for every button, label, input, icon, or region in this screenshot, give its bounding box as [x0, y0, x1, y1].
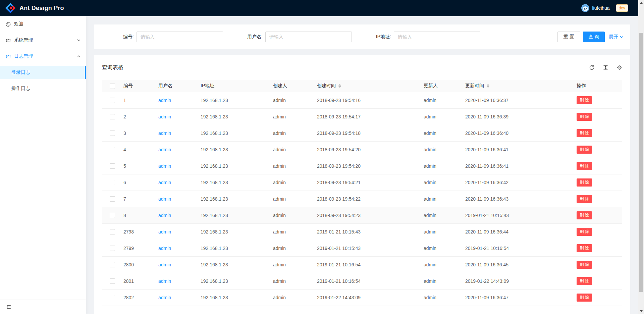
delete-button[interactable]: 删 除 [577, 228, 592, 236]
sidebar-collapse-trigger[interactable] [0, 300, 86, 314]
vertical-scrollbar[interactable] [638, 0, 644, 314]
sidebar-item-login-log[interactable]: 登录日志 [0, 66, 86, 79]
row-checkbox[interactable] [110, 295, 115, 300]
row-checkbox[interactable] [110, 229, 115, 234]
column-header-label: 创建时间 [317, 83, 336, 89]
delete-button[interactable]: 删 除 [577, 162, 592, 170]
row-checkbox[interactable] [110, 180, 115, 185]
cell-updated-time: 2020-11-09 16:36:41 [460, 158, 565, 174]
delete-button[interactable]: 删 除 [577, 211, 592, 219]
username-link[interactable]: admin [158, 163, 171, 169]
cell-ip: 192.168.1.23 [195, 158, 268, 174]
column-header-updater: 更新人 [418, 80, 460, 92]
row-checkbox[interactable] [110, 163, 115, 169]
field-label: 编号: [123, 34, 134, 40]
cell-ip: 192.168.1.23 [195, 273, 268, 289]
chevron-down-icon [620, 35, 624, 39]
table-row: 2admin192.168.1.23admin2018-09-23 19:54:… [102, 108, 622, 125]
row-checkbox[interactable] [110, 196, 115, 202]
user-name[interactable]: liufeihua [592, 5, 609, 11]
column-header-creator: 创建人 [268, 80, 312, 92]
username-link[interactable]: admin [158, 295, 171, 300]
username-link[interactable]: admin [158, 130, 171, 136]
sidebar-item-log-management[interactable]: 日志管理 [0, 50, 86, 63]
username-link[interactable]: admin [158, 278, 171, 284]
delete-button[interactable]: 删 除 [577, 294, 592, 302]
sidebar-item-system-management[interactable]: 系统管理 [0, 34, 86, 47]
cell-id: 6 [118, 174, 153, 191]
cell-creator: admin [268, 125, 312, 141]
column-header-created-time[interactable]: 创建时间 [312, 80, 418, 92]
username-link[interactable]: admin [158, 196, 171, 202]
cell-id: 4 [118, 141, 153, 158]
logo[interactable]: Ant Design Pro [0, 3, 64, 13]
scrollbar-down-arrow[interactable] [638, 308, 644, 314]
cell-updater: admin [418, 223, 460, 240]
scrollbar-up-arrow[interactable] [638, 0, 644, 6]
reset-button[interactable]: 重 置 [557, 32, 580, 42]
search-field-username: 用户名: [247, 32, 352, 42]
cell-ip: 192.168.1.23 [195, 223, 268, 240]
ip-input[interactable] [394, 32, 480, 42]
expand-link[interactable]: 展开 [609, 34, 624, 40]
username-link[interactable]: admin [158, 262, 171, 267]
reload-icon[interactable] [589, 65, 595, 70]
table-row: 2801admin192.168.1.23admin2019-01-21 10:… [102, 273, 622, 289]
delete-button[interactable]: 删 除 [577, 261, 592, 269]
search-form-card: 编号: 用户名: IP地址: 重 置 查 询 展开 [94, 24, 630, 49]
delete-button[interactable]: 删 除 [577, 146, 592, 154]
env-tag: dev [616, 4, 628, 12]
username-link[interactable]: admin [158, 98, 171, 103]
delete-button[interactable]: 删 除 [577, 277, 592, 285]
chevron-down-icon [77, 39, 80, 42]
row-checkbox[interactable] [110, 278, 115, 284]
delete-button[interactable]: 删 除 [577, 178, 592, 187]
table-title: 查询表格 [102, 64, 123, 71]
cell-created-time: 2018-09-23 19:54:21 [312, 174, 418, 191]
username-link[interactable]: admin [158, 114, 171, 119]
column-header-ip: IP地址 [195, 80, 268, 92]
gear-icon[interactable] [616, 65, 622, 70]
cell-creator: admin [268, 289, 312, 306]
row-checkbox[interactable] [110, 147, 115, 152]
sidebar-item-operation-log[interactable]: 操作日志 [0, 82, 86, 95]
column-height-icon[interactable] [603, 65, 608, 70]
row-checkbox[interactable] [110, 246, 115, 251]
column-header-username: 用户名 [153, 80, 195, 92]
row-checkbox[interactable] [110, 130, 115, 136]
sort-carets-icon[interactable] [487, 84, 489, 88]
select-all-checkbox[interactable] [110, 84, 115, 89]
sort-carets-icon[interactable] [338, 84, 341, 88]
row-checkbox[interactable] [110, 262, 115, 267]
expand-label: 展开 [609, 34, 618, 40]
delete-button[interactable]: 删 除 [577, 129, 592, 137]
delete-button[interactable]: 删 除 [577, 113, 592, 121]
id-input[interactable] [137, 32, 223, 42]
sidebar-item-welcome[interactable]: 欢迎 [0, 17, 86, 31]
user-avatar[interactable] [581, 4, 589, 12]
row-checkbox[interactable] [110, 213, 115, 218]
cell-updated-time: 2020-11-09 16:36:43 [460, 191, 565, 207]
delete-button[interactable]: 删 除 [577, 244, 592, 252]
column-header-id: 编号 [118, 80, 153, 92]
username-link[interactable]: admin [158, 229, 171, 234]
username-link[interactable]: admin [158, 147, 171, 152]
username-link[interactable]: admin [158, 213, 171, 218]
column-header-updated-time[interactable]: 更新时间 [460, 80, 565, 92]
delete-button[interactable]: 删 除 [577, 195, 592, 203]
row-checkbox[interactable] [110, 114, 115, 119]
username-link[interactable]: admin [158, 246, 171, 251]
query-button[interactable]: 查 询 [583, 32, 605, 42]
table-row: 7admin192.168.1.23admin2018-09-23 19:54:… [102, 191, 622, 207]
row-checkbox[interactable] [110, 98, 115, 103]
sidebar-item-label: 欢迎 [14, 21, 23, 27]
delete-button[interactable]: 删 除 [577, 96, 592, 104]
menu-fold-icon [6, 304, 11, 310]
cell-updater: admin [418, 158, 460, 174]
sidebar-item-label: 系统管理 [14, 37, 33, 43]
cell-creator: admin [268, 273, 312, 289]
field-label: IP地址: [376, 34, 391, 40]
username-link[interactable]: admin [158, 180, 171, 185]
scrollbar-thumb[interactable] [639, 33, 643, 292]
username-input[interactable] [265, 32, 352, 42]
